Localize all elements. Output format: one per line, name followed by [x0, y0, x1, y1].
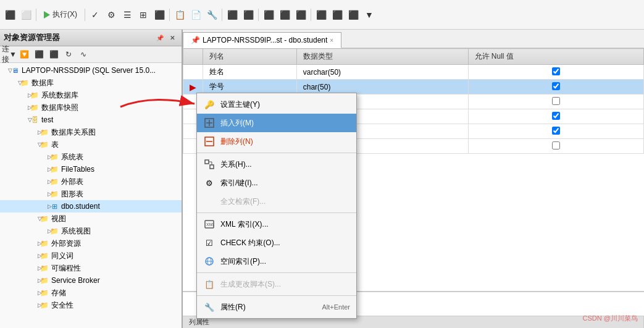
- tree-item-tables[interactable]: ▽ 📁 表: [0, 138, 182, 151]
- toolbar-btn-2[interactable]: ⬜: [19, 7, 33, 22]
- ctx-properties[interactable]: 🔧 属性(R) Alt+Enter: [197, 298, 356, 316]
- expand-programmability[interactable]: ▷: [0, 263, 40, 273]
- tree-item-graph-tables[interactable]: ▷ 📁 图形表: [0, 188, 182, 200]
- toolbar-btn-16[interactable]: ⬛: [314, 7, 328, 22]
- row-6-nullable-checkbox[interactable]: [552, 141, 560, 149]
- tree-item-synonyms[interactable]: ▷ 📁 同义词: [0, 250, 182, 262]
- filter2-button[interactable]: ⬛: [32, 48, 46, 61]
- expand-tables[interactable]: ▽: [0, 140, 40, 149]
- design-tab[interactable]: 📌 LAPTOP-NRSSD9IP...st - dbo.student ×: [183, 32, 341, 48]
- row-3-nullable[interactable]: [468, 95, 643, 109]
- toolbar-btn-17[interactable]: ⬛: [330, 7, 345, 22]
- ctx-sep-1: [197, 153, 356, 153]
- toolbar-btn-11[interactable]: ⬛: [225, 7, 240, 22]
- row-2-type[interactable]: char(50): [296, 80, 468, 95]
- tree-item-databases[interactable]: ▽ 📁 数据库: [0, 77, 182, 89]
- expand-service-broker[interactable]: ▷: [0, 275, 40, 285]
- design-row-2[interactable]: ▶ 学号 char(50): [183, 80, 644, 95]
- svg-rect-6: [210, 165, 214, 169]
- row-4-nullable[interactable]: [468, 109, 643, 124]
- toolbar-btn-15[interactable]: ⬛: [293, 7, 308, 22]
- expand-system-tables[interactable]: ▷: [0, 152, 49, 162]
- toolbar-btn-13[interactable]: ⬛: [261, 7, 276, 22]
- tree-item-system-views[interactable]: ▷ 📁 系统视图: [0, 225, 182, 237]
- row-3-nullable-checkbox[interactable]: [552, 97, 560, 105]
- toolbar-btn-18[interactable]: ⬛: [346, 7, 361, 22]
- toolbar-btn-5[interactable]: ☰: [120, 7, 135, 22]
- filter-button[interactable]: 🔽: [17, 48, 31, 61]
- ctx-xml-icon: XML: [203, 218, 215, 230]
- ctx-relations[interactable]: 关系(H)...: [197, 155, 356, 174]
- run-button[interactable]: 执行(X): [39, 8, 82, 21]
- expand-db-diagram[interactable]: ▷: [0, 127, 40, 137]
- row-2-nullable-checkbox[interactable]: [552, 82, 560, 90]
- ctx-spatial[interactable]: 空间索引(P)...: [197, 252, 356, 271]
- expand-filetables[interactable]: ▷: [0, 164, 49, 174]
- tree-item-views[interactable]: ▽ 📁 视图: [0, 212, 182, 225]
- toolbar-btn-14[interactable]: ⬛: [277, 7, 292, 22]
- row-5-nullable[interactable]: [468, 124, 643, 139]
- tree-item-filetables[interactable]: ▷ 📁 FileTables: [0, 163, 182, 175]
- tree-item-programmability[interactable]: ▷ 📁 可编程性: [0, 262, 182, 274]
- expand-dbo-student[interactable]: ▷: [0, 201, 49, 211]
- tree-item-test[interactable]: ▽ 🗄 test: [0, 114, 182, 126]
- expand-server[interactable]: ▽: [0, 65, 10, 75]
- tree-item-dbo-student[interactable]: ▷ ⊞ dbo.student: [0, 200, 182, 212]
- toolbar-btn-19[interactable]: ▼: [362, 7, 377, 22]
- ctx-check[interactable]: ☑ CHECK 约束(O)...: [197, 233, 356, 252]
- expand-security[interactable]: ▷: [0, 300, 40, 310]
- expand-databases[interactable]: ▽: [0, 78, 20, 88]
- refresh-button[interactable]: ↻: [62, 48, 75, 61]
- row-4-nullable-checkbox[interactable]: [552, 112, 560, 120]
- design-row-1[interactable]: 姓名 varchar(50): [183, 65, 644, 80]
- row-1-nullable[interactable]: [468, 65, 643, 80]
- ctx-xml-index[interactable]: XML XML 索引(X)...: [197, 215, 356, 233]
- expand-system-views[interactable]: ▷: [0, 226, 49, 236]
- tree-item-system-db[interactable]: ▷ 📁 系统数据库: [0, 89, 182, 101]
- ctx-index-keys[interactable]: ⚙ 索引/键(I)...: [197, 174, 356, 192]
- sidebar-pin-icon[interactable]: 📌: [154, 32, 165, 43]
- expand-db-snapshot[interactable]: ▷: [0, 103, 30, 112]
- expand-external-res[interactable]: ▷: [0, 238, 40, 248]
- toolbar-btn-6[interactable]: ⊞: [136, 7, 151, 22]
- ctx-set-pk[interactable]: 🔑 设置主键(Y): [197, 95, 356, 114]
- row-1-name[interactable]: 姓名: [203, 65, 297, 80]
- summary-button[interactable]: ∿: [77, 48, 90, 61]
- toolbar-btn-9[interactable]: 📄: [188, 7, 203, 22]
- tree-item-storage[interactable]: ▷ 📁 存储: [0, 287, 182, 299]
- tree-item-server[interactable]: ▽ 🖥 LAPTOP-NRSSD9IP (SQL Server 15.0...: [0, 64, 182, 77]
- connect-button[interactable]: 连接 ▼: [2, 48, 16, 61]
- row-1-nullable-checkbox[interactable]: [552, 67, 560, 75]
- tree-item-service-broker[interactable]: ▷ 📁 Service Broker: [0, 274, 182, 287]
- row-2-name[interactable]: 学号: [203, 80, 297, 95]
- tree-item-external-res[interactable]: ▷ 📁 外部资源: [0, 237, 182, 250]
- expand-system-db[interactable]: ▷: [0, 90, 30, 100]
- expand-synonyms[interactable]: ▷: [0, 251, 40, 261]
- expand-views[interactable]: ▽: [0, 214, 40, 224]
- toolbar-btn-12[interactable]: ⬛: [241, 7, 256, 22]
- toolbar-btn-1[interactable]: ⬛: [2, 7, 17, 22]
- row-2-nullable[interactable]: [468, 80, 643, 95]
- toolbar-btn-3[interactable]: ✓: [88, 7, 102, 22]
- toolbar-btn-4[interactable]: ⚙: [104, 7, 119, 22]
- ctx-delete-col[interactable]: 删除列(N): [197, 132, 356, 151]
- toolbar-btn-10[interactable]: 🔧: [204, 7, 219, 22]
- sidebar-close-icon[interactable]: ✕: [167, 32, 178, 43]
- toolbar-btn-8[interactable]: 📋: [172, 7, 187, 22]
- ctx-insert-col[interactable]: 插入列(M): [197, 114, 356, 132]
- expand-external-tables[interactable]: ▷: [0, 177, 49, 187]
- tree-item-security[interactable]: ▷ 📁 安全性: [0, 299, 182, 311]
- row-5-nullable-checkbox[interactable]: [552, 127, 560, 135]
- toolbar-btn-7[interactable]: ⬛: [152, 7, 167, 22]
- tree-item-external-tables[interactable]: ▷ 📁 外部表: [0, 175, 182, 188]
- tree-item-db-diagram[interactable]: ▷ 📁 数据库关系图: [0, 126, 182, 138]
- row-1-type[interactable]: varchar(50): [296, 65, 468, 80]
- tree-item-db-snapshot[interactable]: ▷ 📁 数据库快照: [0, 101, 182, 114]
- expand-storage[interactable]: ▷: [0, 288, 40, 298]
- expand-graph-tables[interactable]: ▷: [0, 189, 49, 199]
- expand-test[interactable]: ▽: [0, 115, 30, 125]
- tab-close-button[interactable]: ×: [330, 37, 333, 44]
- tree-item-system-tables[interactable]: ▷ 📁 系统表: [0, 151, 182, 163]
- stop-button[interactable]: ⬛: [47, 48, 61, 61]
- row-6-nullable[interactable]: [468, 139, 643, 154]
